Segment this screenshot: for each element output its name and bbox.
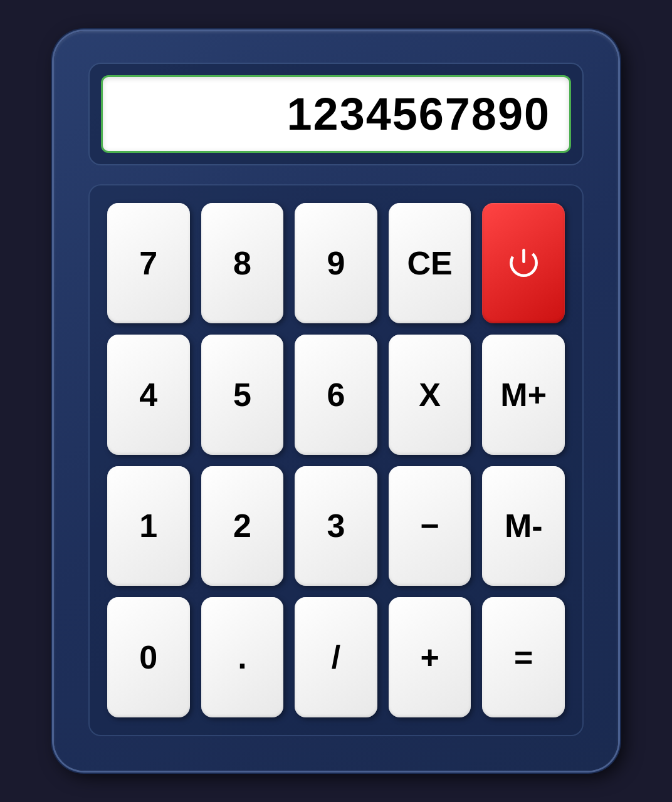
power-icon [507, 246, 541, 280]
btn-4[interactable]: 4 [107, 335, 190, 455]
keypad-grid: 7 8 9 CE 4 [107, 203, 565, 717]
btn-multiply[interactable]: X [389, 335, 471, 455]
display-screen: 1234567890 [101, 75, 571, 153]
btn-2[interactable]: 2 [201, 466, 284, 586]
btn-power[interactable] [482, 203, 565, 323]
btn-divide[interactable]: / [295, 597, 377, 717]
btn-equals[interactable]: = [482, 597, 565, 717]
btn-7[interactable]: 7 [107, 203, 190, 323]
btn-dot[interactable]: . [201, 597, 284, 717]
btn-mminus[interactable]: M- [482, 466, 565, 586]
btn-plus[interactable]: + [389, 597, 471, 717]
btn-5[interactable]: 5 [201, 335, 284, 455]
btn-1[interactable]: 1 [107, 466, 190, 586]
btn-8[interactable]: 8 [201, 203, 284, 323]
calculator-body: 1234567890 7 8 9 CE [54, 31, 618, 771]
btn-minus[interactable]: − [389, 466, 471, 586]
btn-9[interactable]: 9 [295, 203, 377, 323]
btn-ce[interactable]: CE [389, 203, 471, 323]
display-wrapper: 1234567890 [88, 63, 584, 165]
btn-6[interactable]: 6 [295, 335, 377, 455]
btn-3[interactable]: 3 [295, 466, 377, 586]
display-value: 1234567890 [287, 88, 550, 140]
btn-0[interactable]: 0 [107, 597, 190, 717]
btn-mplus[interactable]: M+ [482, 335, 565, 455]
keypad-wrapper: 7 8 9 CE 4 [88, 184, 584, 736]
